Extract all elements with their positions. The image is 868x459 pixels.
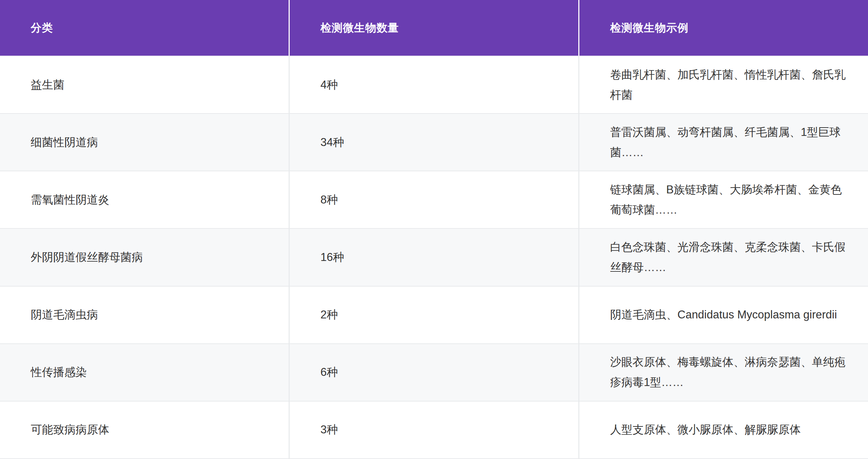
category-cell: 阴道毛滴虫病 <box>0 287 289 343</box>
category-text: 阴道毛滴虫病 <box>31 305 98 325</box>
count-cell: 3种 <box>289 402 578 458</box>
category-cell: 细菌性阴道病 <box>0 114 289 171</box>
count-text: 6种 <box>320 362 338 382</box>
count-text: 16种 <box>320 247 344 267</box>
examples-cell: 白色念珠菌、光滑念珠菌、克柔念珠菌、卡氏假丝酵母…… <box>578 229 868 286</box>
count-text: 3种 <box>320 420 338 440</box>
table-row: 外阴阴道假丝酵母菌病 16种 白色念珠菌、光滑念珠菌、克柔念珠菌、卡氏假丝酵母…… <box>0 229 868 286</box>
count-text: 34种 <box>320 132 344 153</box>
table-header-row: 分类 检测微生物数量 检测微生物示例 <box>0 0 868 56</box>
count-text: 2种 <box>320 305 338 325</box>
category-cell: 益生菌 <box>0 56 289 113</box>
category-text: 需氧菌性阴道炎 <box>31 190 109 210</box>
category-cell: 可能致病病原体 <box>0 402 289 458</box>
category-text: 细菌性阴道病 <box>31 132 98 153</box>
examples-text: 普雷沃菌属、动弯杆菌属、纤毛菌属、1型巨球菌…… <box>610 122 846 163</box>
examples-cell: 阴道毛滴虫、Candidatus Mycoplasma girerdii <box>578 287 868 343</box>
examples-cell: 人型支原体、微小脲原体、解脲脲原体 <box>578 402 868 458</box>
category-text: 可能致病病原体 <box>31 420 109 440</box>
category-text: 益生菌 <box>31 75 64 95</box>
category-text: 性传播感染 <box>31 362 87 382</box>
table-body: 益生菌 4种 卷曲乳杆菌、加氏乳杆菌、惰性乳杆菌、詹氏乳杆菌 细菌性阴道病 34… <box>0 56 868 459</box>
examples-cell: 链球菌属、B族链球菌、大肠埃希杆菌、金黄色葡萄球菌…… <box>578 171 868 228</box>
count-cell: 4种 <box>289 56 578 113</box>
examples-text: 沙眼衣原体、梅毒螺旋体、淋病奈瑟菌、单纯疱疹病毒1型…… <box>610 352 846 392</box>
header-cell-category: 分类 <box>0 0 289 56</box>
category-text: 外阴阴道假丝酵母菌病 <box>31 247 143 267</box>
table-row: 可能致病病原体 3种 人型支原体、微小脲原体、解脲脲原体 <box>0 402 868 459</box>
header-cell-count: 检测微生物数量 <box>289 0 578 56</box>
category-cell: 需氧菌性阴道炎 <box>0 171 289 228</box>
examples-text: 链球菌属、B族链球菌、大肠埃希杆菌、金黄色葡萄球菌…… <box>610 180 846 220</box>
examples-cell: 沙眼衣原体、梅毒螺旋体、淋病奈瑟菌、单纯疱疹病毒1型…… <box>578 344 868 401</box>
examples-text: 白色念珠菌、光滑念珠菌、克柔念珠菌、卡氏假丝酵母…… <box>610 237 846 278</box>
examples-text: 阴道毛滴虫、Candidatus Mycoplasma girerdii <box>610 305 837 325</box>
table-row: 阴道毛滴虫病 2种 阴道毛滴虫、Candidatus Mycoplasma gi… <box>0 287 868 344</box>
count-cell: 6种 <box>289 344 578 401</box>
count-cell: 2种 <box>289 287 578 343</box>
examples-cell: 卷曲乳杆菌、加氏乳杆菌、惰性乳杆菌、詹氏乳杆菌 <box>578 56 868 113</box>
count-text: 8种 <box>320 190 338 210</box>
microbe-detection-table: 分类 检测微生物数量 检测微生物示例 益生菌 4种 卷曲乳杆菌、加氏乳杆菌、惰性… <box>0 0 868 459</box>
count-cell: 16种 <box>289 229 578 286</box>
table-row: 细菌性阴道病 34种 普雷沃菌属、动弯杆菌属、纤毛菌属、1型巨球菌…… <box>0 114 868 171</box>
examples-cell: 普雷沃菌属、动弯杆菌属、纤毛菌属、1型巨球菌…… <box>578 114 868 171</box>
table-row: 需氧菌性阴道炎 8种 链球菌属、B族链球菌、大肠埃希杆菌、金黄色葡萄球菌…… <box>0 171 868 229</box>
table-row: 益生菌 4种 卷曲乳杆菌、加氏乳杆菌、惰性乳杆菌、詹氏乳杆菌 <box>0 56 868 114</box>
count-text: 4种 <box>320 75 338 95</box>
examples-text: 卷曲乳杆菌、加氏乳杆菌、惰性乳杆菌、詹氏乳杆菌 <box>610 65 846 105</box>
category-cell: 外阴阴道假丝酵母菌病 <box>0 229 289 286</box>
table-row: 性传播感染 6种 沙眼衣原体、梅毒螺旋体、淋病奈瑟菌、单纯疱疹病毒1型…… <box>0 344 868 402</box>
count-cell: 8种 <box>289 171 578 228</box>
header-cell-examples: 检测微生物示例 <box>578 0 868 56</box>
category-cell: 性传播感染 <box>0 344 289 401</box>
examples-text: 人型支原体、微小脲原体、解脲脲原体 <box>610 420 801 440</box>
count-cell: 34种 <box>289 114 578 171</box>
